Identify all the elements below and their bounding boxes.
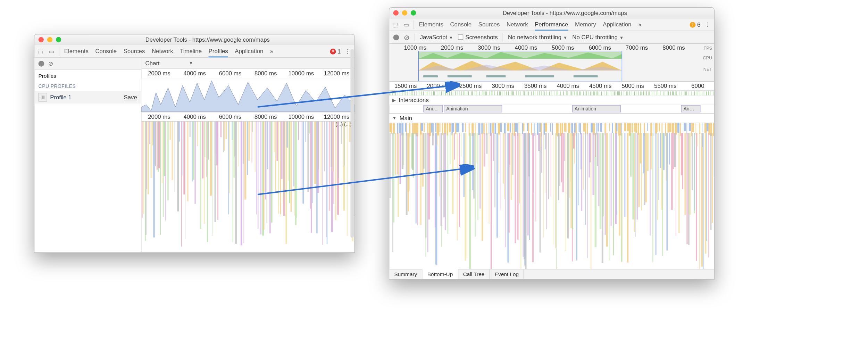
capture-dropdown[interactable]: JavaScript ▼ [420, 34, 453, 41]
svg-rect-271 [643, 91, 644, 95]
svg-rect-248 [599, 91, 599, 95]
menu-icon[interactable]: ⋮ [700, 21, 714, 28]
screenshots-toggle[interactable]: Screenshots [458, 34, 498, 41]
device-icon[interactable]: ▭ [46, 48, 57, 55]
svg-rect-296 [692, 91, 692, 95]
record-icon[interactable] [39, 61, 44, 67]
zoom-icon[interactable] [56, 37, 61, 42]
titlebar[interactable]: Developer Tools - https://www.google.com… [34, 34, 354, 45]
svg-rect-102 [307, 122, 309, 192]
svg-rect-207 [520, 91, 520, 95]
svg-rect-285 [670, 91, 670, 95]
panel-tabbar: ⬚ ▭ Elements Console Sources Network Tim… [34, 45, 354, 58]
svg-rect-72 [260, 122, 261, 234]
svg-rect-301 [702, 91, 702, 95]
svg-rect-374 [546, 123, 547, 131]
svg-rect-127 [347, 122, 348, 236]
overview-minimap[interactable]: 1000 ms2000 ms 3000 ms4000 ms 5000 ms600… [389, 44, 714, 82]
main-flame-chart[interactable] [389, 123, 714, 269]
svg-rect-232 [573, 91, 573, 95]
tab-elements[interactable]: Elements [64, 48, 89, 55]
svg-rect-501 [496, 133, 498, 238]
warn-badge[interactable]: !6 [690, 21, 700, 28]
perf-toolbar: ⊘ JavaScript ▼ Screenshots No network th… [389, 31, 714, 44]
tab-timeline[interactable]: Timeline [180, 48, 202, 55]
svg-rect-434 [695, 123, 696, 135]
tab-memory[interactable]: Memory [575, 21, 596, 28]
tab-console[interactable]: Console [450, 21, 471, 28]
svg-rect-494 [482, 133, 483, 241]
cpu-overview-chart[interactable] [141, 78, 354, 112]
clear-icon[interactable]: ⊘ [48, 60, 53, 67]
network-throttle[interactable]: No network throttling ▼ [508, 34, 567, 41]
main-track[interactable]: ▼ Main [389, 114, 714, 123]
inspect-icon[interactable]: ⬚ [389, 21, 400, 28]
svg-rect-68 [252, 122, 253, 132]
svg-rect-437 [704, 123, 707, 133]
svg-rect-388 [583, 123, 585, 132]
svg-rect-60 [241, 122, 242, 245]
svg-rect-629 [701, 133, 703, 266]
profile-main: Chart▼ 2000 ms4000 ms6000 ms 8000 ms1000… [141, 58, 354, 252]
tab-calltree[interactable]: Call Tree [458, 269, 490, 279]
view-dropdown[interactable]: Chart▼ [141, 58, 354, 69]
tab-sources[interactable]: Sources [124, 48, 145, 55]
tab-sources[interactable]: Sources [478, 21, 500, 28]
svg-rect-97 [297, 122, 297, 218]
tabs-overflow[interactable]: » [638, 21, 641, 28]
tab-elements[interactable]: Elements [419, 21, 443, 28]
zoom-icon[interactable] [411, 10, 416, 15]
titlebar[interactable]: Developer Tools - https://www.google.com… [389, 8, 714, 18]
tab-summary[interactable]: Summary [389, 269, 422, 279]
svg-rect-634 [708, 133, 709, 257]
tab-eventlog[interactable]: Event Log [490, 269, 524, 279]
tab-bottomup[interactable]: Bottom-Up [423, 269, 458, 279]
tab-profiles[interactable]: Profiles [209, 48, 228, 57]
svg-rect-11 [157, 122, 158, 170]
tab-performance[interactable]: Performance [535, 21, 568, 31]
svg-rect-96 [295, 122, 297, 225]
svg-rect-604 [658, 133, 659, 200]
scrollbar[interactable] [350, 49, 354, 238]
svg-rect-20 [169, 122, 171, 140]
svg-rect-104 [310, 122, 310, 209]
svg-rect-417 [654, 123, 654, 136]
scrubber-track[interactable] [389, 91, 714, 96]
svg-rect-490 [475, 133, 476, 236]
error-badge[interactable]: ✕1 [330, 48, 341, 55]
svg-rect-310 [397, 123, 398, 134]
close-icon[interactable] [39, 37, 44, 42]
svg-rect-370 [539, 123, 541, 132]
minimize-icon[interactable] [402, 10, 407, 15]
close-icon[interactable] [393, 10, 399, 15]
cpu-throttle[interactable]: No CPU throttling ▼ [572, 34, 624, 41]
svg-rect-602 [655, 133, 656, 255]
svg-rect-329 [440, 123, 441, 132]
svg-rect-419 [657, 123, 658, 132]
tab-console[interactable]: Console [95, 48, 117, 55]
svg-rect-148 [406, 91, 406, 95]
tab-application[interactable]: Application [603, 21, 631, 28]
save-link[interactable]: Save [124, 94, 137, 101]
tab-network[interactable]: Network [507, 21, 528, 28]
svg-rect-311 [399, 123, 401, 133]
svg-rect-429 [684, 123, 686, 131]
svg-rect-394 [598, 123, 599, 131]
record-icon[interactable] [393, 34, 399, 40]
clear-icon[interactable]: ⊘ [404, 33, 410, 41]
svg-rect-436 [702, 123, 702, 132]
svg-rect-421 [661, 123, 662, 133]
svg-rect-47 [217, 122, 218, 220]
profile-row[interactable]: ▥ Profile 1 Save [34, 91, 141, 103]
minimize-icon[interactable] [47, 37, 52, 42]
tab-application[interactable]: Application [235, 48, 263, 55]
svg-rect-500 [494, 133, 495, 207]
svg-rect-224 [557, 91, 557, 95]
inspect-icon[interactable]: ⬚ [34, 48, 45, 55]
tab-network[interactable]: Network [152, 48, 173, 55]
tabs-overflow[interactable]: » [270, 48, 273, 55]
interactions-track[interactable]: ▶ Interactions [389, 96, 714, 105]
svg-rect-26 [182, 122, 183, 175]
flame-chart[interactable]: (...) (...) [141, 122, 354, 252]
device-icon[interactable]: ▭ [401, 21, 412, 28]
